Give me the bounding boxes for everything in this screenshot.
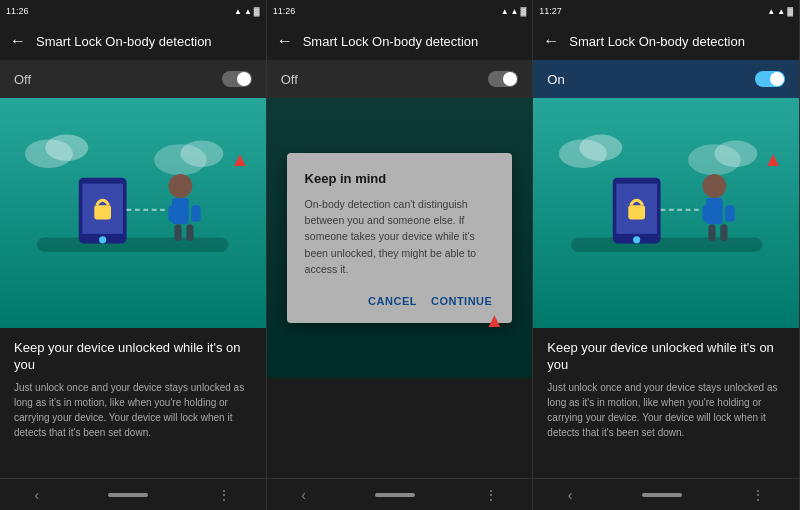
toggle-label-middle: Off: [281, 72, 298, 87]
svg-rect-46: [720, 224, 727, 241]
back-button-right[interactable]: ←: [543, 32, 559, 50]
dialog-body: On-body detection can't distinguish betw…: [305, 196, 495, 277]
app-title-left: Smart Lock On-body detection: [36, 34, 212, 49]
back-nav-icon-right[interactable]: ‹: [568, 487, 573, 503]
signal-icon-m: ▲: [511, 7, 519, 16]
svg-point-9: [169, 174, 193, 198]
illustration-svg-left: [13, 110, 252, 317]
svg-point-41: [702, 174, 726, 198]
home-bar-right[interactable]: [642, 493, 682, 497]
svg-rect-14: [187, 224, 194, 241]
content-middle: [267, 378, 533, 478]
svg-point-33: [579, 134, 622, 160]
status-icons-left: ▲ ▲ ▓: [234, 7, 260, 16]
menu-nav-icon-middle[interactable]: ⋮: [484, 487, 498, 503]
menu-nav-icon-right[interactable]: ⋮: [751, 487, 765, 503]
wifi-icon-m: ▲: [501, 7, 509, 16]
svg-rect-11: [169, 205, 179, 222]
time-right: 11:27: [539, 6, 562, 16]
battery-icon-m: ▓: [521, 7, 527, 16]
app-title-right: Smart Lock On-body detection: [569, 34, 745, 49]
toggle-label-left: Off: [14, 72, 31, 87]
illustration-right: ▲: [533, 98, 799, 328]
content-body-right: Just unlock once and your device stays u…: [547, 380, 785, 440]
app-title-middle: Smart Lock On-body detection: [303, 34, 479, 49]
illustration-left: ▲: [0, 98, 266, 328]
svg-rect-43: [702, 205, 712, 222]
panel-right: 11:27 ▲ ▲ ▓ ← Smart Lock On-body detecti…: [533, 0, 800, 510]
app-bar-right: ← Smart Lock On-body detection: [533, 22, 799, 60]
toggle-row-right: On: [533, 60, 799, 98]
app-bar-middle: ← Smart Lock On-body detection: [267, 22, 533, 60]
svg-rect-13: [175, 224, 182, 241]
bottom-nav-left: ‹ ⋮: [0, 478, 266, 510]
back-button-middle[interactable]: ←: [277, 32, 293, 50]
svg-point-39: [633, 236, 640, 243]
battery-icon-r: ▓: [787, 7, 793, 16]
illustration-middle: Keep in mind On-body detection can't dis…: [267, 98, 533, 378]
signal-icon-r: ▲: [777, 7, 785, 16]
svg-rect-36: [571, 237, 762, 251]
status-icons-right: ▲ ▲ ▓: [767, 7, 793, 16]
toggle-knob-middle: [503, 72, 517, 86]
toggle-row-middle: Off: [267, 60, 533, 98]
bottom-nav-middle: ‹ ⋮: [267, 478, 533, 510]
toggle-switch-middle[interactable]: [488, 71, 518, 87]
wifi-icon: ▲: [234, 7, 242, 16]
toggle-switch-left[interactable]: [222, 71, 252, 87]
content-body-left: Just unlock once and your device stays u…: [14, 380, 252, 440]
svg-rect-8: [95, 205, 112, 219]
svg-point-7: [99, 236, 106, 243]
content-right: Keep your device unlocked while it's on …: [533, 328, 799, 478]
back-nav-icon-left[interactable]: ‹: [35, 487, 40, 503]
content-left: Keep your device unlocked while it's on …: [0, 328, 266, 478]
content-title-right: Keep your device unlocked while it's on …: [547, 340, 785, 374]
svg-rect-40: [628, 205, 645, 219]
panel-left: 11:26 ▲ ▲ ▓ ← Smart Lock On-body detecti…: [0, 0, 267, 510]
signal-icon: ▲: [244, 7, 252, 16]
svg-point-35: [714, 140, 757, 166]
keep-in-mind-dialog: Keep in mind On-body detection can't dis…: [287, 153, 513, 323]
dialog-title: Keep in mind: [305, 171, 495, 186]
illustration-svg-right: [547, 110, 786, 317]
svg-rect-45: [708, 224, 715, 241]
svg-rect-12: [191, 205, 201, 222]
toggle-switch-right[interactable]: [755, 71, 785, 87]
status-bar-left: 11:26 ▲ ▲ ▓: [0, 0, 266, 22]
toggle-knob-left: [237, 72, 251, 86]
home-bar-middle[interactable]: [375, 493, 415, 497]
status-bar-middle: 11:26 ▲ ▲ ▓: [267, 0, 533, 22]
dialog-actions: CANCEL CONTINUE: [305, 291, 495, 311]
svg-point-3: [181, 140, 224, 166]
toggle-knob-right: [770, 72, 784, 86]
svg-rect-4: [37, 237, 228, 251]
svg-point-1: [46, 134, 89, 160]
toggle-label-right: On: [547, 72, 564, 87]
panel-middle: 11:26 ▲ ▲ ▓ ← Smart Lock On-body detecti…: [267, 0, 534, 510]
cancel-button[interactable]: CANCEL: [366, 291, 419, 311]
menu-nav-icon-left[interactable]: ⋮: [217, 487, 231, 503]
home-bar-left[interactable]: [108, 493, 148, 497]
status-bar-right: 11:27 ▲ ▲ ▓: [533, 0, 799, 22]
back-button-left[interactable]: ←: [10, 32, 26, 50]
battery-icon: ▓: [254, 7, 260, 16]
svg-rect-44: [725, 205, 735, 222]
app-bar-left: ← Smart Lock On-body detection: [0, 22, 266, 60]
dialog-overlay: Keep in mind On-body detection can't dis…: [267, 98, 533, 378]
status-icons-middle: ▲ ▲ ▓: [501, 7, 527, 16]
time-middle: 11:26: [273, 6, 296, 16]
wifi-icon-r: ▲: [767, 7, 775, 16]
time-left: 11:26: [6, 6, 29, 16]
continue-button[interactable]: CONTINUE: [429, 291, 494, 311]
back-nav-icon-middle[interactable]: ‹: [301, 487, 306, 503]
content-title-left: Keep your device unlocked while it's on …: [14, 340, 252, 374]
toggle-row-left: Off: [0, 60, 266, 98]
bottom-nav-right: ‹ ⋮: [533, 478, 799, 510]
